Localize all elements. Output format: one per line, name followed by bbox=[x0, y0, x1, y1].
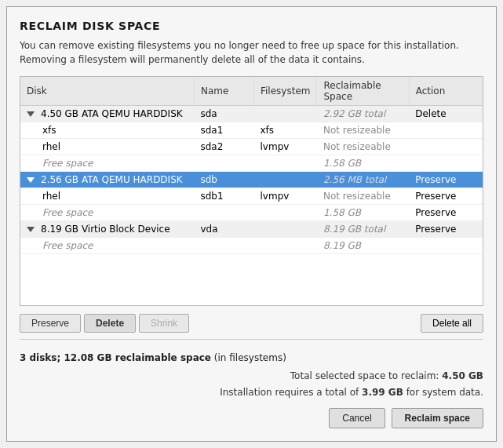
summary-text: 3 disks; 12.08 GB reclaimable space bbox=[20, 352, 211, 363]
child-action-sda1 bbox=[409, 122, 483, 139]
disk-table-container: Disk Name Filesystem Reclaimable Space A… bbox=[20, 76, 483, 306]
expand-icon-sda bbox=[27, 111, 35, 117]
free-action-sda bbox=[409, 155, 483, 172]
child-action-sdb1: Preserve bbox=[409, 188, 483, 205]
totals-section: Total selected space to reclaim: 4.50 GB… bbox=[20, 368, 483, 400]
free-devname-sda bbox=[194, 155, 253, 172]
dialog-title: RECLAIM DISK SPACE bbox=[20, 20, 483, 32]
child-row-sda1[interactable]: xfs sda1 xfs Not resizeable bbox=[20, 122, 483, 139]
disk-action-vda: Preserve bbox=[409, 221, 483, 238]
shrink-button[interactable]: Shrink bbox=[139, 314, 189, 333]
child-fs-sdb1: lvmpv bbox=[254, 188, 317, 205]
child-label-sdb1: rhel bbox=[20, 188, 194, 205]
reclaim-space-button[interactable]: Reclaim space bbox=[392, 408, 483, 428]
disk-label-vda: 8.19 GB Virtio Block Device bbox=[20, 221, 194, 238]
disk-space-sdb: 2.56 MB total bbox=[317, 172, 409, 188]
disk-fs-vda bbox=[254, 221, 317, 238]
preserve-button[interactable]: Preserve bbox=[20, 314, 81, 333]
disk-fs-sdb bbox=[254, 172, 317, 188]
child-label-sda1: xfs bbox=[20, 122, 194, 139]
free-space-sdb: 1.58 GB bbox=[317, 205, 409, 221]
child-row-sda2[interactable]: rhel sda2 lvmpv Not resizeable bbox=[20, 139, 483, 155]
summary-suffix: (in filesystems) bbox=[214, 352, 286, 363]
delete-all-button[interactable]: Delete all bbox=[421, 314, 483, 333]
total-reclaim-value: 4.50 GB bbox=[442, 370, 483, 381]
disk-name-vda: 8.19 GB Virtio Block Device bbox=[41, 224, 170, 235]
child-devname-sda1: sda1 bbox=[194, 122, 253, 139]
child-space-sda2: Not resizeable bbox=[317, 139, 409, 155]
child-action-sda2 bbox=[409, 139, 483, 155]
action-buttons-row: Preserve Delete Shrink Delete all bbox=[20, 314, 483, 333]
summary-line: 3 disks; 12.08 GB reclaimable space (in … bbox=[20, 352, 483, 363]
desc-line1: You can remove existing filesystems you … bbox=[20, 40, 459, 51]
child-space-sda1: Not resizeable bbox=[317, 122, 409, 139]
free-fs-vda bbox=[254, 238, 317, 254]
child-fs-sda2: lvmpv bbox=[254, 139, 317, 155]
free-row-sdb[interactable]: Free space 1.58 GB Preserve bbox=[20, 205, 483, 221]
expand-icon-sdb bbox=[27, 177, 35, 183]
free-row-sda[interactable]: Free space 1.58 GB bbox=[20, 155, 483, 172]
child-row-sdb1[interactable]: rhel sdb1 lvmpv Not resizeable Preserve bbox=[20, 188, 483, 205]
disk-action-sda: Delete bbox=[409, 106, 483, 122]
col-header-name: Name bbox=[194, 77, 253, 106]
free-row-vda[interactable]: Free space 8.19 GB bbox=[20, 238, 483, 254]
free-label-vda: Free space bbox=[20, 238, 194, 254]
col-header-action: Action bbox=[409, 77, 483, 106]
free-devname-vda bbox=[194, 238, 253, 254]
disk-name-sda: 4.50 GB ATA QEMU HARDDISK bbox=[41, 108, 183, 119]
disk-row-vda[interactable]: 8.19 GB Virtio Block Device vda 8.19 GB … bbox=[20, 221, 483, 238]
col-header-disk: Disk bbox=[20, 77, 194, 106]
delete-button[interactable]: Delete bbox=[84, 314, 136, 333]
total-reclaim-line: Total selected space to reclaim: 4.50 GB bbox=[20, 368, 483, 384]
child-fs-sda1: xfs bbox=[254, 122, 317, 139]
cancel-button[interactable]: Cancel bbox=[329, 408, 385, 428]
disk-row-sda[interactable]: 4.50 GB ATA QEMU HARDDISK sda 2.92 GB to… bbox=[20, 106, 483, 122]
disk-label-sda: 4.50 GB ATA QEMU HARDDISK bbox=[20, 106, 194, 122]
divider bbox=[20, 339, 483, 340]
child-devname-sda2: sda2 bbox=[194, 139, 253, 155]
free-devname-sdb bbox=[194, 205, 253, 221]
install-req-suffix: for system data. bbox=[406, 387, 483, 398]
desc-line2: Removing a filesystem will permanently d… bbox=[20, 54, 365, 65]
free-action-sdb: Preserve bbox=[409, 205, 483, 221]
table-header-row: Disk Name Filesystem Reclaimable Space A… bbox=[20, 77, 483, 106]
footer-buttons: Cancel Reclaim space bbox=[20, 408, 483, 428]
child-label-sda2: rhel bbox=[20, 139, 194, 155]
install-requires-line: Installation requires a total of 3.99 GB… bbox=[20, 384, 483, 400]
disk-table: Disk Name Filesystem Reclaimable Space A… bbox=[20, 77, 483, 254]
free-label-sdb: Free space bbox=[20, 205, 194, 221]
child-space-sdb1: Not resizeable bbox=[317, 188, 409, 205]
disk-action-sdb: Preserve bbox=[409, 172, 483, 188]
child-devname-sdb1: sdb1 bbox=[194, 188, 253, 205]
free-fs-sdb bbox=[254, 205, 317, 221]
disk-devname-vda: vda bbox=[194, 221, 253, 238]
free-action-vda bbox=[409, 238, 483, 254]
free-space-sda: 1.58 GB bbox=[317, 155, 409, 172]
disk-name-sdb: 2.56 GB ATA QEMU HARDDISK bbox=[41, 174, 183, 185]
free-fs-sda bbox=[254, 155, 317, 172]
free-label-sda: Free space bbox=[20, 155, 194, 172]
install-req-label: Installation requires a total of bbox=[220, 387, 359, 398]
dialog-description: You can remove existing filesystems you … bbox=[20, 38, 483, 67]
disk-devname-sdb: sdb bbox=[194, 172, 253, 188]
col-header-filesystem: Filesystem bbox=[254, 77, 317, 106]
install-req-value: 3.99 GB bbox=[362, 387, 403, 398]
disk-fs-sda bbox=[254, 106, 317, 122]
reclaim-disk-dialog: RECLAIM DISK SPACE You can remove existi… bbox=[6, 6, 497, 442]
disk-space-vda: 8.19 GB total bbox=[317, 221, 409, 238]
disk-label-sdb: 2.56 GB ATA QEMU HARDDISK bbox=[20, 172, 194, 188]
free-space-vda: 8.19 GB bbox=[317, 238, 409, 254]
total-reclaim-label: Total selected space to reclaim: bbox=[290, 370, 439, 381]
disk-space-sda: 2.92 GB total bbox=[317, 106, 409, 122]
disk-row-sdb[interactable]: 2.56 GB ATA QEMU HARDDISK sdb 2.56 MB to… bbox=[20, 172, 483, 188]
col-header-space: Reclaimable Space bbox=[317, 77, 409, 106]
expand-icon-vda bbox=[27, 227, 35, 232]
disk-devname-sda: sda bbox=[194, 106, 253, 122]
